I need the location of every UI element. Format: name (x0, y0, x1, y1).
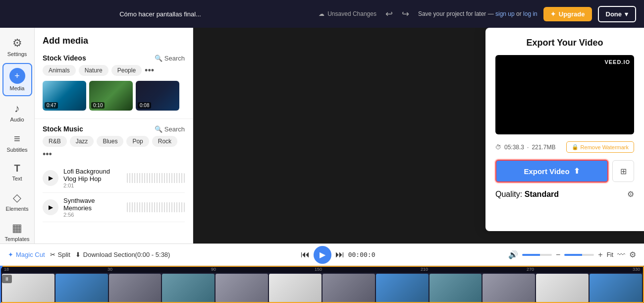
sidebar-item-settings[interactable]: ⚙ Settings (2, 33, 32, 61)
sign-up-link[interactable]: sign up (495, 10, 515, 17)
volume-button[interactable]: 🔊 (508, 250, 518, 259)
quality-value: Standard (525, 190, 559, 198)
music-duration-1: 2:01 (63, 182, 122, 188)
search-icon-music: 🔍 (155, 125, 162, 133)
ruler-mark-3: 150 (315, 267, 322, 272)
ruler-mark-5: 270 (527, 267, 534, 272)
stock-videos-search-button[interactable]: 🔍 Search (155, 55, 185, 62)
stock-video-thumb-1[interactable]: 0:47 (43, 81, 86, 111)
topbar: Cómo hacer pantallas final... ☁ Unsaved … (0, 0, 644, 28)
veed-watermark: VEED.IO (604, 59, 630, 65)
tag-animals[interactable]: Animals (43, 65, 76, 76)
ruler-mark-4: 210 (421, 267, 428, 272)
timeline-strip: 18 30 90 150 210 270 330 (0, 266, 644, 303)
timeline-track[interactable] (0, 273, 644, 303)
remove-watermark-label: Remove Watermark (581, 144, 629, 150)
music-play-button-2[interactable]: ▶ (43, 199, 58, 215)
subtitles-icon: ≡ (14, 132, 20, 145)
sidebar-item-templates[interactable]: ▦ Templates (2, 218, 32, 243)
left-panel: Add media Stock Videos 🔍 Search Animals … (35, 28, 193, 243)
tag-pop[interactable]: Pop (126, 136, 149, 147)
video-tags: Animals Nature People ••• (35, 65, 193, 81)
upgrade-button[interactable]: ✦ Upgrade (543, 7, 592, 21)
export-duration: 05:38.3 (504, 144, 524, 151)
music-waveform-1 (127, 173, 185, 183)
zoom-slider[interactable] (564, 254, 594, 256)
tag-rock[interactable]: Rock (152, 136, 177, 147)
track-frame-7 (322, 274, 375, 303)
track-frame-6 (269, 274, 322, 303)
sidebar-item-text[interactable]: T Text (2, 159, 32, 185)
tag-nature[interactable]: Nature (79, 65, 108, 76)
ruler-mark-2: 90 (211, 267, 216, 272)
split-icon: ✂ (50, 251, 55, 258)
sidebar-item-elements[interactable]: ◇ Elements (2, 187, 32, 216)
music-info-2: Synthwave Memories 2:56 (63, 197, 122, 218)
music-title-1: Lofi Background Vlog Hip Hop (63, 168, 122, 182)
stock-video-thumb-3[interactable]: 0:08 (136, 81, 179, 111)
log-in-link[interactable]: log in (523, 10, 537, 17)
export-meta-info: ⏱ 05:38.3 · 221.7MB (495, 144, 555, 151)
elements-icon: ◇ (13, 191, 21, 204)
sidebar-item-audio[interactable]: ♪ Audio (2, 98, 32, 126)
settings-icon: ⚙ (12, 37, 22, 50)
zoom-out-button[interactable]: − (556, 250, 560, 259)
tag-rnb[interactable]: R&B (43, 136, 67, 147)
subtitles-label: Subtitles (6, 147, 27, 153)
music-tags-more-button[interactable]: ••• (43, 150, 52, 159)
tags-more-button[interactable]: ••• (145, 65, 154, 76)
music-duration-2: 2:56 (63, 212, 122, 218)
clock-icon: ⏱ (495, 144, 501, 151)
text-icon: T (14, 163, 20, 174)
tag-jazz[interactable]: Jazz (70, 136, 94, 147)
magic-cut-icon: ✦ (8, 251, 13, 258)
track-frame-4 (162, 274, 215, 303)
rewind-button[interactable]: ⏮ (301, 249, 310, 260)
music-waveform-2 (127, 202, 185, 212)
magic-cut-button[interactable]: ✦ Magic Cut (8, 251, 45, 258)
quality-settings-button[interactable]: ⚙ (627, 189, 634, 199)
done-button[interactable]: Done ▾ (598, 6, 637, 22)
remove-watermark-button[interactable]: 🔒 Remove Watermark (566, 141, 634, 153)
export-title: Export Your Video (495, 38, 634, 48)
fast-forward-button[interactable]: ⏭ (335, 249, 344, 260)
track-frame-11 (536, 274, 589, 303)
volume-slider[interactable] (522, 254, 552, 256)
settings-button[interactable]: ⚙ (629, 250, 636, 259)
export-video-button[interactable]: Export Video ⬆ (495, 160, 608, 182)
split-button[interactable]: ✂ Split (50, 251, 70, 258)
zoom-fit-label[interactable]: Fit (607, 251, 613, 258)
video-preview-area: Export Your Video VEED.IO ⏱ 05:38.3 · 22… (193, 28, 644, 243)
undo-button[interactable]: ↩ (382, 7, 396, 20)
video-duration-2: 0:10 (91, 102, 105, 109)
waveform-button[interactable]: 〰 (617, 250, 625, 259)
zoom-in-button[interactable]: + (598, 250, 602, 259)
tag-blues[interactable]: Blues (97, 136, 123, 147)
redo-button[interactable]: ↪ (399, 7, 412, 20)
upgrade-label: Upgrade (559, 10, 585, 18)
sidebar-item-subtitles[interactable]: ≡ Subtitles (2, 128, 32, 157)
topbar-title: Cómo hacer pantallas final... (8, 10, 313, 18)
ruler-mark-1: 30 (107, 267, 112, 272)
export-actions: Export Video ⬆ ⊞ (495, 160, 634, 182)
ruler-mark-0: 18 (4, 267, 9, 272)
text-label: Text (12, 176, 22, 182)
playhead-triangle (0, 266, 3, 270)
download-section-button[interactable]: ⬇ Download Section(0:00 - 5:38) (75, 251, 170, 258)
stock-video-thumb-2[interactable]: 0:10 (89, 81, 133, 111)
stock-videos-search-label: Search (164, 55, 185, 62)
stock-music-search-label: Search (164, 125, 185, 133)
music-item-2: ▶ Synthwave Memories 2:56 (43, 193, 185, 222)
music-play-button-1[interactable]: ▶ (43, 170, 58, 186)
media-label: Media (10, 85, 25, 91)
tag-people[interactable]: People (111, 65, 142, 76)
track-frame-2 (55, 274, 108, 303)
timeline-pause-button[interactable]: ⏸ (2, 275, 12, 283)
watermark-icon: 🔒 (572, 144, 579, 150)
sidebar-item-media[interactable]: + Media (2, 63, 32, 96)
stock-music-search-button[interactable]: 🔍 Search (155, 125, 185, 133)
play-button[interactable]: ▶ (314, 246, 331, 264)
settings-label: Settings (7, 51, 27, 57)
stock-music-title: Stock Music (43, 125, 83, 133)
export-alt-button[interactable]: ⊞ (612, 160, 634, 182)
